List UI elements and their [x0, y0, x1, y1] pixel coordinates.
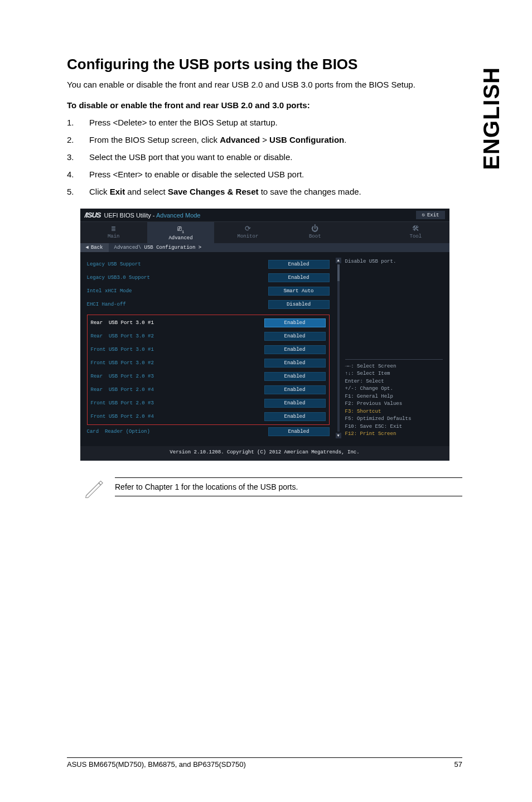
step-text: Click Exit and select Save Changes & Res…: [89, 186, 361, 197]
setting-label: Front USB Port 2.0 #4: [91, 414, 154, 419]
page-footer: ASUS BM6675(MD750), BM6875, and BP6375(S…: [67, 757, 462, 769]
setting-value[interactable]: Enabled: [268, 260, 330, 269]
bios-setting-row[interactable]: Rear USB Port 2.0 #3Enabled: [91, 370, 326, 383]
usb-ports-highlight: Rear USB Port 3.0 #1EnabledRear USB Port…: [87, 315, 330, 425]
list-icon: ≣: [112, 225, 116, 233]
step-2: 2. From the BIOS Setup screen, click Adv…: [67, 134, 462, 146]
gear-icon: ⎚i: [177, 225, 184, 234]
step-4: 4. Press <Enter> to enable or disable th…: [67, 168, 462, 180]
tab-monitor[interactable]: ⟳ Monitor: [214, 222, 281, 243]
step-text: Press <Enter> to enable or disable the s…: [89, 168, 304, 180]
help-key-line: F3: Shortcut: [345, 408, 443, 416]
bios-setting-row[interactable]: Legacy USB3.0 SupportEnabled: [87, 271, 330, 284]
setting-value[interactable]: Smart Auto: [268, 287, 330, 296]
setting-label: Front USB Port 3.0 #2: [91, 360, 154, 366]
note-rule-bottom: [115, 496, 462, 496]
help-key-line: ↑↓: Select Item: [345, 370, 443, 378]
help-key-line: F5: Optimized Defaults: [345, 416, 443, 423]
bios-exit-button[interactable]: ⎋ Exit: [416, 211, 444, 219]
bios-tabs: ≣ Main ⎚i Advanced ⟳ Monitor ⏻ Boot 🛠 To…: [80, 222, 449, 243]
step-number: 3.: [67, 151, 89, 163]
bios-screenshot: /ISUS UEFI BIOS Utility - Advanced Mode …: [80, 209, 449, 461]
bios-scrollbar[interactable]: ▲ ▼: [337, 258, 340, 438]
bios-help-panel: Disable USB port. →←: Select Screen↑↓: S…: [345, 258, 443, 438]
bios-setting-row[interactable]: Front USB Port 2.0 #4Enabled: [91, 410, 326, 423]
setting-value[interactable]: Disabled: [268, 300, 330, 309]
tab-spacer: [349, 222, 382, 243]
bios-setting-row[interactable]: Rear USB Port 3.0 #1Enabled: [91, 316, 326, 330]
note-text: Refer to Chapter 1 for the locations of …: [115, 482, 462, 491]
page-content: Configuring the USB ports using the BIOS…: [0, 0, 532, 501]
setting-value[interactable]: Enabled: [264, 359, 326, 368]
breadcrumb: Advanced\ USB Configuration >: [109, 245, 202, 250]
language-label: ENGLISH: [479, 67, 504, 170]
tab-tool[interactable]: 🛠 Tool: [382, 222, 449, 243]
scroll-thumb[interactable]: [337, 264, 340, 281]
bios-title: UEFI BIOS Utility - Advanced Mode: [104, 212, 200, 219]
bios-setting-row[interactable]: EHCI Hand-offDisabled: [87, 298, 330, 311]
step-5: 5. Click Exit and select Save Changes & …: [67, 186, 462, 197]
setting-value[interactable]: Enabled: [268, 427, 330, 436]
setting-label: Intel xHCI Mode: [87, 288, 132, 294]
scroll-up-icon[interactable]: ▲: [336, 258, 341, 263]
bios-setting-row[interactable]: Intel xHCI ModeSmart Auto: [87, 284, 330, 298]
setting-label: Card Reader (Option): [87, 429, 150, 434]
tab-boot[interactable]: ⏻ Boot: [282, 222, 349, 243]
step-text: Press <Delete> to enter the BIOS Setup a…: [89, 117, 278, 128]
step-1: 1. Press <Delete> to enter the BIOS Setu…: [67, 117, 462, 128]
setting-value[interactable]: Enabled: [264, 372, 326, 381]
setting-value[interactable]: Enabled: [264, 332, 326, 341]
bios-setting-row[interactable]: Rear USB Port 2.0 #4Enabled: [91, 383, 326, 397]
note-callout: Refer to Chapter 1 for the locations of …: [67, 477, 462, 501]
intro-text: You can enable or disable the front and …: [67, 79, 462, 90]
bios-setting-row[interactable]: Front USB Port 3.0 #2Enabled: [91, 356, 326, 370]
refresh-icon: ⟳: [245, 225, 251, 233]
setting-label: EHCI Hand-off: [87, 302, 126, 307]
scroll-down-icon[interactable]: ▼: [336, 433, 341, 438]
help-key-list: →←: Select Screen↑↓: Select ItemEnter: S…: [345, 363, 443, 438]
step-number: 2.: [67, 134, 89, 146]
bios-setting-row[interactable]: Rear USB Port 3.0 #2Enabled: [91, 330, 326, 343]
help-key-line: F12: Print Screen: [345, 431, 443, 438]
setting-label: Rear USB Port 3.0 #2: [91, 334, 154, 339]
footer-page-number: 57: [454, 760, 462, 769]
step-text: Select the USB port that you want to ena…: [89, 151, 292, 163]
back-button[interactable]: ◄ Back: [80, 243, 109, 252]
help-key-line: Enter: Select: [345, 378, 443, 386]
setting-label: Front USB Port 3.0 #1: [91, 347, 154, 352]
bios-setting-row[interactable]: Legacy USB SupportEnabled: [87, 258, 330, 271]
section-subhead: To disable or enable the front and rear …: [67, 100, 462, 110]
setting-label: Rear USB Port 3.0 #1: [91, 320, 154, 326]
setting-value[interactable]: Enabled: [264, 399, 326, 408]
help-key-line: +/-: Change Opt.: [345, 385, 443, 393]
steps-list: 1. Press <Delete> to enter the BIOS Setu…: [67, 117, 462, 197]
bios-settings-left: Legacy USB SupportEnabledLegacy USB3.0 S…: [87, 258, 330, 438]
tab-main[interactable]: ≣ Main: [80, 222, 147, 243]
setting-value[interactable]: Enabled: [264, 385, 326, 394]
help-key-line: F1: General Help: [345, 393, 443, 401]
setting-value[interactable]: Enabled: [264, 318, 326, 327]
bios-setting-row[interactable]: Card Reader (Option) Enabled: [87, 425, 330, 438]
back-arrow-icon: ◄: [86, 245, 89, 250]
help-separator: [345, 359, 443, 360]
tool-icon: 🛠: [412, 225, 419, 233]
bios-setting-row[interactable]: Front USB Port 3.0 #1Enabled: [91, 343, 326, 356]
bios-setting-row[interactable]: Front USB Port 2.0 #3Enabled: [91, 397, 326, 410]
help-key-line: →←: Select Screen: [345, 363, 443, 371]
step-text: From the BIOS Setup screen, click Advanc…: [89, 134, 346, 146]
power-icon: ⏻: [311, 225, 318, 233]
setting-value[interactable]: Enabled: [264, 412, 326, 421]
help-key-line: F2: Previous Values: [345, 400, 443, 408]
help-description: Disable USB port.: [345, 258, 443, 270]
scroll-track[interactable]: [337, 264, 340, 432]
setting-label: Legacy USB Support: [87, 262, 141, 267]
footer-model: ASUS BM6675(MD750), BM6875, and BP6375(S…: [67, 760, 246, 769]
setting-label: Rear USB Port 2.0 #4: [91, 387, 154, 393]
bios-version: Version 2.10.1208. Copyright (C) 2012 Am…: [80, 446, 449, 461]
setting-value[interactable]: Enabled: [264, 345, 326, 354]
note-rule-top: [115, 477, 462, 478]
tab-advanced[interactable]: ⎚i Advanced: [147, 222, 214, 243]
exit-icon: ⎋: [422, 212, 424, 218]
setting-value[interactable]: Enabled: [268, 273, 330, 282]
help-key-line: F10: Save ESC: Exit: [345, 423, 443, 431]
